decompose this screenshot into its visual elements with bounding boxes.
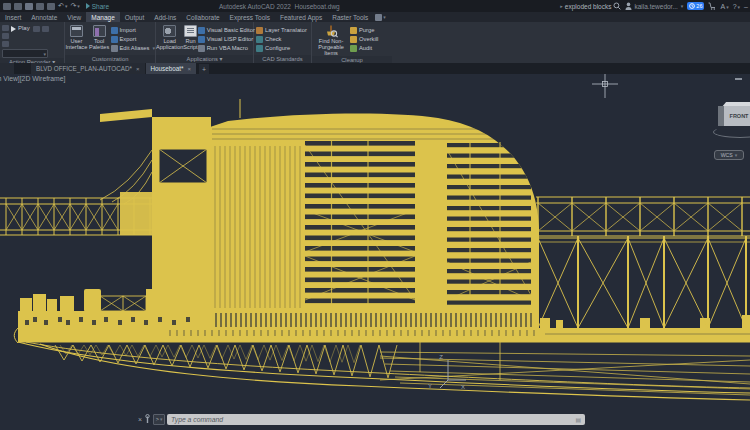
insert-base-point-icon[interactable] [33, 26, 40, 32]
panel-title-cad-standards: CAD Standards [254, 55, 311, 63]
viewcube[interactable]: FRONT [721, 102, 750, 136]
ribbon-image-icon [375, 14, 382, 21]
audit-button[interactable]: Audit [350, 44, 378, 52]
tab-annotate[interactable]: Annotate [26, 12, 62, 22]
viewport-controls-label[interactable]: [-][Custom View][2D Wireframe] [0, 75, 65, 82]
insert-message-icon[interactable] [2, 33, 9, 39]
record-icon[interactable] [2, 25, 9, 31]
wcs-caret-icon: ▾ [735, 152, 738, 158]
import-icon [111, 27, 118, 34]
panel-title-applications[interactable]: Applications ▾ [156, 55, 253, 63]
drawing-canvas[interactable]: Z Y X [-][Custom View][2D Wireframe] FRO… [0, 74, 750, 430]
search-history-caret-icon[interactable]: ▸ [560, 3, 563, 9]
autodesk-apps-icon[interactable]: A▾ [720, 3, 728, 10]
file-tab-bar: Start BLVD OFFICE_PLAN-AUTOCAD* × Houseb… [0, 63, 750, 74]
search-icon[interactable] [613, 2, 621, 10]
share-icon [86, 3, 90, 9]
wcs-menu[interactable]: WCS▾ [714, 150, 744, 160]
tab-raster-tools[interactable]: Raster Tools [327, 12, 373, 22]
configure-standards-button[interactable]: Configure [256, 44, 307, 52]
tool-palettes-icon [93, 25, 106, 37]
layer-translator-button[interactable]: Layer Translator [256, 26, 307, 34]
ribbon-tab-bar: Insert Annotate View Manage Output Add-i… [0, 12, 750, 22]
ribbon-display-toggle[interactable]: ▾ [375, 14, 386, 21]
find-non-purgeable-icon [324, 25, 338, 38]
help-icon[interactable]: ?▾ [733, 3, 740, 10]
user-name: kaila.tewedor... [634, 3, 677, 10]
play-macro-button[interactable]: Play [11, 24, 30, 47]
import-button[interactable]: Import [111, 26, 155, 34]
tab-view[interactable]: View [62, 12, 86, 22]
command-line-dock: × >▾ Type a command ▤ [138, 413, 585, 425]
configure-icon [256, 45, 263, 52]
file-tab-blvd-office-plan[interactable]: BLVD OFFICE_PLAN-AUTOCAD* × [31, 63, 145, 74]
file-tab-houseboat[interactable]: Houseboat* × [146, 63, 196, 74]
close-tab-icon[interactable]: × [187, 66, 191, 72]
viewcube-front-face[interactable]: FRONT [724, 106, 750, 126]
drawing-minimize-icon[interactable] [735, 78, 742, 80]
share-label: Share [92, 3, 109, 10]
customize-wrench-icon[interactable] [144, 414, 151, 424]
tab-output[interactable]: Output [120, 12, 150, 22]
tool-palettes-button[interactable]: Tool Palettes [88, 24, 111, 50]
load-application-button[interactable]: Load Application [156, 24, 183, 50]
command-recent-icon[interactable]: ▤ [575, 416, 581, 423]
redo-caret-icon[interactable]: ▾ [77, 3, 80, 9]
signed-in-user-menu[interactable]: kaila.tewedor... ▾ [625, 2, 683, 10]
audit-icon [350, 45, 357, 52]
overkill-button[interactable]: Overkill [350, 35, 378, 43]
help-search-input[interactable]: ▸ exploded blocks [559, 2, 621, 10]
run-vba-macro-button[interactable]: Run VBA Macro [198, 44, 255, 52]
plot-icon[interactable] [47, 3, 55, 10]
purge-button[interactable]: Purge [350, 26, 378, 34]
save-as-icon[interactable] [36, 3, 44, 10]
new-drawing-icon[interactable] [3, 3, 11, 10]
file-tab-start[interactable]: Start [0, 63, 14, 74]
panel-title-customization: Customization [65, 55, 155, 63]
tab-manage[interactable]: Manage [86, 12, 120, 22]
command-prompt-icon[interactable]: >▾ [153, 414, 165, 425]
share-button[interactable]: Share [86, 3, 109, 10]
save-icon[interactable] [25, 3, 33, 10]
minimize-window-icon[interactable]: – [744, 3, 748, 10]
tab-featured-apps[interactable]: Featured Apps [275, 12, 327, 22]
right-dock-trestle [536, 197, 750, 330]
preference-icon[interactable] [2, 41, 9, 47]
edit-aliases-icon [111, 45, 118, 52]
user-interface-button[interactable]: User Interface [65, 24, 88, 50]
tab-express-tools[interactable]: Express Tools [225, 12, 275, 22]
command-close-icon[interactable]: × [138, 416, 142, 423]
check-standards-button[interactable]: Check [256, 35, 307, 43]
redo-icon[interactable]: ↷ [70, 0, 76, 12]
undo-icon[interactable]: ↶ [58, 0, 64, 12]
edit-aliases-button[interactable]: Edit Aliases▾ [111, 44, 155, 52]
command-input[interactable]: Type a command ▤ [167, 414, 585, 425]
autocad-window: ↶▾ ↷▾ Share Autodesk AutoCAD 2022 Houseb… [0, 0, 750, 430]
layer-translator-icon [256, 27, 263, 34]
svg-text:X: X [461, 384, 465, 390]
cart-icon[interactable] [708, 2, 716, 10]
export-button[interactable]: Export [111, 35, 155, 43]
run-script-icon [184, 25, 197, 37]
visual-lisp-editor-button[interactable]: Visual LISP Editor [198, 35, 255, 43]
action-macro-select[interactable]: ▾ [2, 49, 48, 58]
user-icon [625, 2, 632, 10]
crosshair-cursor [592, 74, 618, 98]
tab-insert[interactable]: Insert [0, 12, 26, 22]
pause-icon[interactable] [42, 26, 49, 32]
panel-action-recorder: Play ▾ Action Recorder ▾ [0, 22, 65, 63]
tab-collaborate[interactable]: Collaborate [181, 12, 224, 22]
tab-add-ins[interactable]: Add-ins [149, 12, 181, 22]
run-script-button[interactable]: Run Script [183, 24, 197, 50]
tower-window [159, 149, 207, 183]
title-bar: ↶▾ ↷▾ Share Autodesk AutoCAD 2022 Houseb… [0, 0, 750, 12]
houseboat-wireframe-drawing: Z Y X [0, 74, 750, 430]
close-tab-icon[interactable]: × [136, 66, 140, 72]
panel-cad-standards: Layer Translator Check Configure CAD Sta… [254, 22, 312, 63]
session-timer-badge[interactable]: 26 [687, 2, 704, 10]
new-tab-button[interactable]: + [199, 64, 209, 74]
find-non-purgeable-button[interactable]: Find Non-Purgeable Items [312, 24, 350, 56]
undo-caret-icon[interactable]: ▾ [65, 3, 68, 9]
open-icon[interactable] [14, 3, 22, 10]
visual-basic-editor-button[interactable]: Visual Basic Editor [198, 26, 255, 34]
